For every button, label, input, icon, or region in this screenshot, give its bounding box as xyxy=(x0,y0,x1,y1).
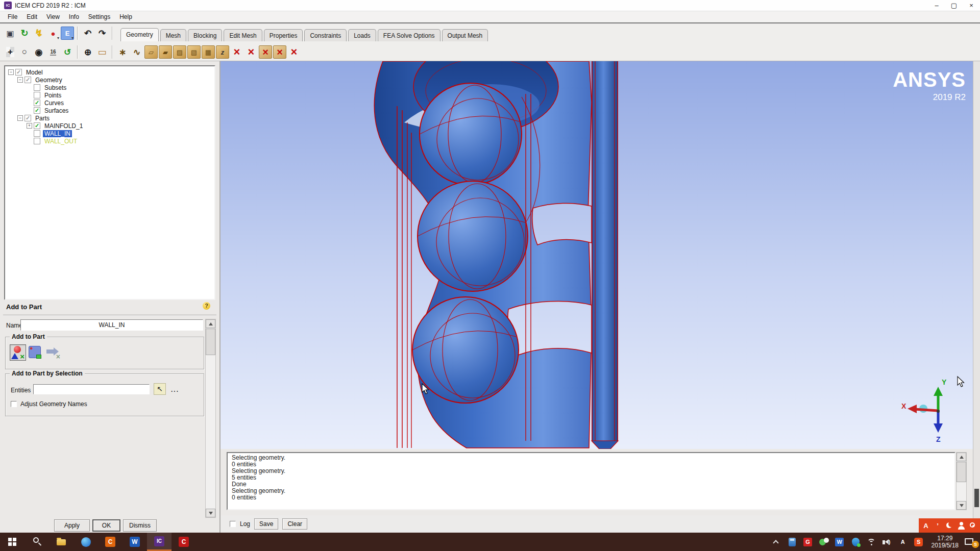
viewport-canvas[interactable]: ANSYS 2019 R2 Y X Z xyxy=(220,61,973,449)
workflow-tab[interactable]: Properties xyxy=(264,29,303,41)
tree-item-label[interactable]: Parts xyxy=(34,115,51,122)
reload-icon[interactable]: ↻ xyxy=(18,27,31,40)
entities-input[interactable] xyxy=(33,384,150,394)
taskbar-clock[interactable]: 17:29 2019/5/18 xyxy=(927,535,963,549)
add-entities-mode-icon[interactable]: × xyxy=(10,344,26,361)
clear-log-button[interactable]: Clear xyxy=(282,518,307,530)
file-explorer-icon[interactable] xyxy=(49,533,74,551)
browser-icon[interactable] xyxy=(74,533,98,551)
delete-any-icon[interactable]: × xyxy=(287,45,301,59)
panel-scrollbar[interactable] xyxy=(205,319,216,518)
menu-edit[interactable]: Edit xyxy=(22,12,42,22)
zoom-select-icon[interactable]: ○ xyxy=(18,45,31,59)
tree-checkbox[interactable] xyxy=(34,84,40,91)
undo-icon[interactable]: ↶ xyxy=(81,27,94,40)
create-surface-icon[interactable]: ▱ xyxy=(144,45,158,59)
scrollbar-thumb[interactable] xyxy=(957,462,966,482)
create-body-icon[interactable]: ▰ xyxy=(159,45,172,59)
add-surfaces-mode-icon[interactable]: ● xyxy=(27,344,43,361)
delete-point-icon[interactable]: × xyxy=(230,45,243,59)
tree-item[interactable]: Parts xyxy=(6,114,213,122)
scroll-down-icon[interactable] xyxy=(957,501,966,510)
g-app-icon[interactable]: G xyxy=(802,536,814,548)
scroll-down-icon[interactable] xyxy=(206,509,215,517)
adjust-geometry-names-checkbox[interactable] xyxy=(11,401,17,407)
tree-item[interactable]: Curves xyxy=(6,99,213,107)
create-facets-icon[interactable]: ▨ xyxy=(173,45,186,59)
ime-moon-icon[interactable] xyxy=(945,520,954,531)
tree-item-label[interactable]: Subsets xyxy=(43,84,68,91)
log-checkbox[interactable] xyxy=(230,521,236,527)
maximize-button[interactable]: ▢ xyxy=(945,0,963,11)
select-cursor-icon[interactable]: ↖ xyxy=(154,383,166,395)
workflow-tab[interactable]: Loads xyxy=(348,29,376,41)
ime-gear-icon[interactable] xyxy=(968,520,977,531)
ime-punct-icon[interactable]: ’ xyxy=(933,520,942,531)
geometry-options-icon[interactable]: ▦ xyxy=(202,45,215,59)
tree-item-label[interactable]: Curves xyxy=(43,99,65,107)
delete-surface-icon[interactable]: × xyxy=(259,45,272,59)
tree-expander-icon[interactable] xyxy=(17,77,23,83)
icem-cfd-icon[interactable]: IC xyxy=(147,533,172,551)
port-opening-2[interactable] xyxy=(418,181,528,291)
create-curve-icon[interactable]: ∿ xyxy=(130,45,143,59)
notification-center-icon[interactable]: S xyxy=(963,536,980,548)
tree-item[interactable]: Surfaces xyxy=(6,107,213,114)
usb-device-icon[interactable] xyxy=(787,536,798,548)
scroll-up-icon[interactable] xyxy=(206,319,215,328)
close-button[interactable]: × xyxy=(963,0,980,11)
workflow-tab[interactable]: Mesh xyxy=(160,29,186,41)
tree-item[interactable]: MAINFOLD_1 xyxy=(6,122,213,130)
port-opening-3[interactable] xyxy=(412,297,519,403)
save-icon[interactable]: ▣ xyxy=(4,27,17,40)
menu-view[interactable]: View xyxy=(42,12,64,22)
minimize-button[interactable]: – xyxy=(928,0,945,11)
tree-item-label[interactable]: Geometry xyxy=(34,77,64,84)
wireframe-sphere-icon[interactable]: ⊕ xyxy=(81,45,94,59)
word-icon[interactable]: W xyxy=(122,533,147,551)
tree-item-label[interactable]: Points xyxy=(43,92,63,99)
dismiss-button[interactable]: Dismiss xyxy=(123,519,157,532)
tree-item-label[interactable]: WALL_IN xyxy=(43,130,72,137)
tree-expander-icon[interactable] xyxy=(27,123,32,129)
zoom-window-icon[interactable]: ◉ xyxy=(32,45,45,59)
search-icon[interactable] xyxy=(24,533,49,551)
tree-checkbox[interactable] xyxy=(34,92,40,98)
caj-viewer-icon[interactable]: C xyxy=(98,533,122,551)
workflow-tab[interactable]: FEA Solve Options xyxy=(378,29,440,41)
wifi-icon[interactable] xyxy=(866,536,877,548)
create-point-icon[interactable]: ∗ xyxy=(116,45,129,59)
scroll-up-icon[interactable] xyxy=(957,453,966,461)
tree-expander-icon[interactable] xyxy=(27,85,32,90)
tree-checkbox[interactable] xyxy=(15,69,22,76)
message-log[interactable]: Selecting geometry. 0 entities Selecting… xyxy=(227,452,955,510)
window-right-scroll-strip[interactable] xyxy=(973,61,980,533)
scrollbar-thumb[interactable] xyxy=(974,489,979,507)
annotation-icon[interactable]: E xyxy=(61,27,74,40)
tree-expander-icon[interactable] xyxy=(27,138,32,144)
save-log-button[interactable]: Save xyxy=(254,518,278,530)
workflow-tab[interactable]: Edit Mesh xyxy=(224,29,262,41)
tree-item-label[interactable]: Surfaces xyxy=(43,107,70,114)
delete-curve-icon[interactable]: × xyxy=(244,45,258,59)
tree-checkbox[interactable] xyxy=(34,138,40,144)
workflow-tab[interactable]: Constraints xyxy=(304,29,347,41)
tree-expander-icon[interactable] xyxy=(27,100,32,106)
tree-item-label[interactable]: MAINFOLD_1 xyxy=(43,122,84,130)
viewport-3d[interactable]: ANSYS 2019 R2 Y X Z xyxy=(220,61,973,449)
port-opening-1[interactable] xyxy=(420,83,522,185)
tree-expander-icon[interactable] xyxy=(8,69,14,75)
fit-view-icon[interactable]: + xyxy=(4,45,17,59)
menu-settings[interactable]: Settings xyxy=(84,12,115,22)
security-shield-icon[interactable] xyxy=(850,536,861,548)
tree-checkbox[interactable] xyxy=(34,130,40,137)
more-options-button[interactable]: ... xyxy=(171,386,179,393)
volume-icon[interactable]: ) xyxy=(881,536,893,548)
help-icon[interactable]: ? xyxy=(203,302,210,310)
log-scrollbar[interactable] xyxy=(956,452,967,510)
solid-display-icon[interactable]: ▭ xyxy=(95,45,109,59)
menu-help[interactable]: Help xyxy=(115,12,137,22)
tree-item[interactable]: Points xyxy=(6,91,213,99)
ime-mode-icon[interactable]: A xyxy=(921,520,930,531)
tree-item[interactable]: Geometry xyxy=(6,76,213,84)
